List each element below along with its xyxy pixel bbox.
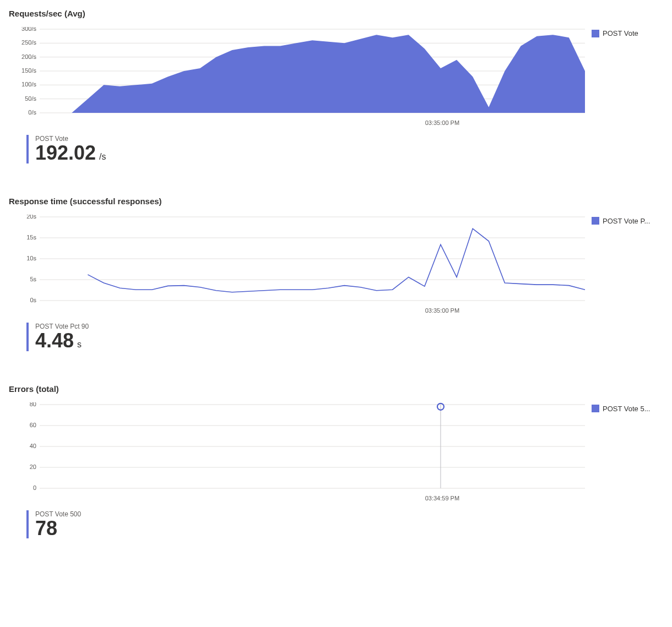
xaxis-errors: 03:34:59 PM xyxy=(40,490,587,501)
legend-label: POST Vote xyxy=(603,29,638,37)
svg-text:0/s: 0/s xyxy=(28,109,36,115)
svg-text:10s: 10s xyxy=(26,255,36,261)
panel-title-errors: Errors (total) xyxy=(9,384,663,394)
legend-errors: POST Vote 5... xyxy=(592,402,663,413)
xaxis-tick: 03:35:00 PM xyxy=(425,307,459,314)
svg-text:100/s: 100/s xyxy=(21,81,36,88)
svg-text:300/s: 300/s xyxy=(21,27,36,32)
stat-value: 4.48 xyxy=(35,330,74,351)
stat-unit: /s xyxy=(99,152,106,162)
legend-label: POST Vote 5... xyxy=(603,405,650,413)
panel-title-response: Response time (successful responses) xyxy=(9,197,663,206)
stat-block-response: POST Vote Pct 90 4.48 s xyxy=(9,323,663,351)
chart-area-requests[interactable]: 0/s50/s100/s150/s200/s250/s300/s xyxy=(9,27,587,115)
xaxis-requests: 03:35:00 PM xyxy=(40,115,587,126)
stat-value: 78 xyxy=(35,518,57,539)
xaxis-response: 03:35:00 PM xyxy=(40,303,587,314)
chart-row: 0s5s10s15s20s POST Vote P... xyxy=(9,215,663,303)
legend-label: POST Vote P... xyxy=(603,217,650,225)
stat-accent-bar xyxy=(26,510,29,539)
svg-text:0: 0 xyxy=(33,484,36,490)
svg-text:15s: 15s xyxy=(26,234,36,241)
legend-item[interactable]: POST Vote xyxy=(592,29,663,37)
stat-unit: s xyxy=(77,340,82,350)
panel-title-requests: Requests/sec (Avg) xyxy=(9,9,663,18)
legend-swatch-icon xyxy=(592,405,599,412)
legend-response: POST Vote P... xyxy=(592,215,663,225)
chart-area-response[interactable]: 0s5s10s15s20s xyxy=(9,215,587,303)
stat-block-errors: POST Vote 500 78 xyxy=(9,510,663,539)
svg-text:0s: 0s xyxy=(30,297,36,303)
svg-text:20s: 20s xyxy=(26,215,36,220)
stat-accent-bar xyxy=(26,323,29,351)
xaxis-tick: 03:34:59 PM xyxy=(425,495,459,501)
panel-response: Response time (successful responses) 0s5… xyxy=(9,197,663,351)
chart-row: 0/s50/s100/s150/s200/s250/s300/s POST Vo… xyxy=(9,27,663,115)
legend-item[interactable]: POST Vote P... xyxy=(592,217,663,225)
legend-requests: POST Vote xyxy=(592,27,663,37)
legend-item[interactable]: POST Vote 5... xyxy=(592,405,663,413)
chart-row: 020406080 POST Vote 5... xyxy=(9,402,663,490)
svg-text:5s: 5s xyxy=(30,276,36,282)
stat-value: 192.02 xyxy=(35,143,96,163)
panel-requests: Requests/sec (Avg) 0/s50/s100/s150/s200/… xyxy=(9,9,663,163)
svg-text:80: 80 xyxy=(30,402,36,407)
legend-swatch-icon xyxy=(592,30,599,37)
panel-errors: Errors (total) 020406080 POST Vote 5... … xyxy=(9,384,663,539)
svg-text:150/s: 150/s xyxy=(21,67,36,74)
xaxis-tick: 03:35:00 PM xyxy=(425,119,459,126)
stat-accent-bar xyxy=(26,135,29,163)
svg-text:50/s: 50/s xyxy=(25,95,36,102)
svg-text:20: 20 xyxy=(30,464,36,470)
svg-text:250/s: 250/s xyxy=(21,39,36,46)
svg-text:200/s: 200/s xyxy=(21,53,36,60)
svg-text:40: 40 xyxy=(30,443,36,449)
svg-text:60: 60 xyxy=(30,422,36,428)
stat-block-requests: POST Vote 192.02 /s xyxy=(9,135,663,163)
chart-area-errors[interactable]: 020406080 xyxy=(9,402,587,490)
legend-swatch-icon xyxy=(592,217,599,225)
